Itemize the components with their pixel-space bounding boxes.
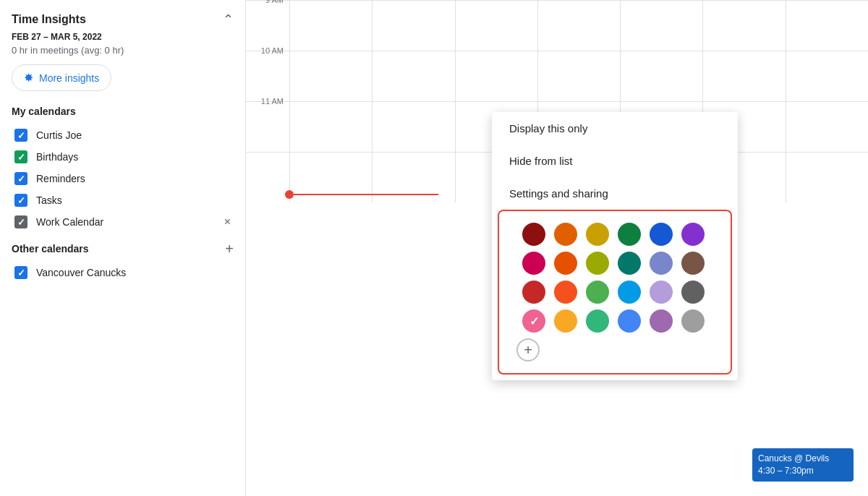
context-menu: Display this only Hide from list Setting… [492,112,738,380]
calendar-name-reminders: Reminders [36,173,231,184]
time-row-10am: 10 AM [246,51,868,101]
calendar-name-tasks: Tasks [36,194,231,206]
time-label-11am: 11 AM [246,97,289,106]
color-dot-6[interactable] [522,252,545,275]
calendar-name-work-calendar: Work Calendar [36,216,224,228]
checkbox-vancouver-canucks: ✓ [14,266,27,279]
insights-icon: ✸ [24,71,33,85]
time-line [294,194,438,195]
time-label-9am: 9 AM [246,0,289,4]
color-dot-10[interactable] [650,252,673,275]
other-calendars-title: Other calendars [12,243,89,255]
calendar-item-curtis-joe[interactable]: ✓ Curtis Joe [12,124,234,146]
color-dot-18[interactable] [522,309,545,333]
color-dot-5[interactable] [681,223,705,246]
date-range: FEB 27 – MAR 5, 2022 [12,32,234,42]
context-menu-item-display-only[interactable]: Display this only [492,112,738,145]
calendar-item-birthdays[interactable]: ✓ Birthdays [12,146,234,168]
context-menu-item-hide[interactable]: Hide from list [492,145,738,177]
calendar-item-vancouver-canucks[interactable]: ✓ Vancouver Canucks [12,262,234,283]
color-dot-23[interactable] [681,309,705,333]
event-card-canucks[interactable]: Canucks @ Devils 4:30 – 7:30pm [752,448,854,482]
more-insights-button[interactable]: ✸ More insights [12,64,111,91]
color-dot-14[interactable] [586,281,609,304]
color-dot-16[interactable] [650,281,673,304]
context-menu-item-settings[interactable]: Settings and sharing [492,177,738,210]
more-insights-label: More insights [39,72,99,84]
color-dot-7[interactable] [554,252,577,275]
calendar-item-work-calendar[interactable]: ✓ Work Calendar × [12,211,234,233]
grid-10am [289,51,868,101]
color-dot-9[interactable] [618,252,641,275]
color-dot-20[interactable] [586,309,609,333]
checkbox-birthdays: ✓ [14,150,27,163]
time-dot [285,190,294,199]
calendar-name-curtis-joe: Curtis Joe [36,129,231,141]
checkbox-tasks: ✓ [14,194,27,207]
color-dot-15[interactable] [618,281,641,304]
grid-9am [289,1,868,51]
calendar-name-vancouver-canucks: Vancouver Canucks [36,267,231,278]
checkbox-work-calendar: ✓ [14,215,27,228]
remove-work-calendar-icon[interactable]: × [224,215,231,228]
add-custom-color-button[interactable]: + [516,338,540,362]
calendar-main: Display this only Hide from list Setting… [246,0,868,496]
calendar-item-reminders[interactable]: ✓ Reminders [12,168,234,189]
checkbox-curtis-joe: ✓ [14,129,27,142]
calendar-name-birthdays: Birthdays [36,151,231,163]
event-time: 4:30 – 7:30pm [758,465,848,477]
add-other-calendar-button[interactable]: + [225,241,234,256]
color-dot-17[interactable] [681,281,705,304]
color-dot-22[interactable] [650,309,673,333]
collapse-icon[interactable]: ⌃ [223,12,234,27]
calendar-item-tasks[interactable]: ✓ Tasks [12,189,234,211]
time-label-10am: 10 AM [246,46,289,55]
other-calendars-header: Other calendars + [12,241,234,256]
color-dot-11[interactable] [681,252,705,275]
meeting-info: 0 hr in meetings (avg: 0 hr) [12,45,234,56]
color-picker: + [498,210,732,375]
color-dot-3[interactable] [618,223,641,246]
color-dot-0[interactable] [522,223,545,246]
checkbox-reminders: ✓ [14,172,27,185]
color-grid [511,223,719,333]
color-dot-4[interactable] [650,223,673,246]
time-row-9am: 9 AM [246,0,868,51]
sidebar: Time Insights ⌃ FEB 27 – MAR 5, 2022 0 h… [0,0,246,496]
color-dot-12[interactable] [522,281,545,304]
color-dot-1[interactable] [554,223,577,246]
my-calendars-title: My calendars [12,106,234,117]
color-dot-19[interactable] [554,309,577,333]
time-insights-header: Time Insights ⌃ [12,12,234,27]
color-dot-21[interactable] [618,309,641,333]
event-title: Canucks @ Devils [758,453,848,465]
color-dot-2[interactable] [586,223,609,246]
color-dot-8[interactable] [586,252,609,275]
color-dot-13[interactable] [554,281,577,304]
time-insights-title: Time Insights [12,13,86,26]
